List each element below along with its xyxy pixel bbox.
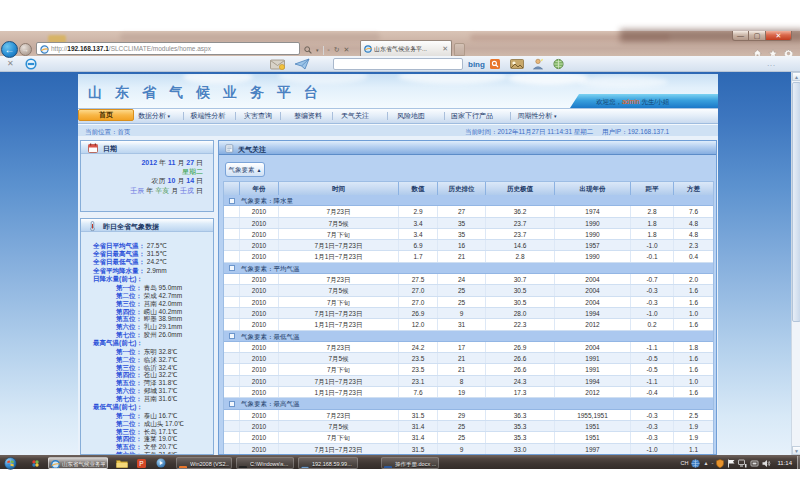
compatibility-icon[interactable]: ▫ bbox=[328, 47, 330, 53]
table-cell: 1.9 bbox=[674, 432, 713, 442]
table-cell: 9 bbox=[438, 308, 486, 318]
active-task-button[interactable]: 山东省气候业务平台... bbox=[48, 457, 108, 469]
table-group-row[interactable]: 气象要素：降水量 bbox=[224, 195, 713, 206]
nav-item[interactable]: 天气关注 bbox=[334, 109, 376, 123]
table-cell: 24.2 bbox=[399, 342, 438, 352]
search-dropdown-icon[interactable]: ▾ bbox=[316, 47, 319, 53]
mail-icon[interactable] bbox=[270, 59, 286, 70]
table-group-row[interactable]: 气象要素：最低气温 bbox=[224, 331, 713, 342]
new-tab-button[interactable] bbox=[454, 43, 465, 56]
table-row[interactable]: 20107月23日24.21726.92004-1.11.8 bbox=[224, 342, 713, 353]
browser-tab[interactable]: 山东省气候业务平... ✕ bbox=[360, 40, 452, 56]
row-lead-cell bbox=[224, 251, 240, 261]
nav-item[interactable]: 国家下行产品 bbox=[444, 109, 500, 123]
tab-title: 山东省气候业务平... bbox=[374, 45, 438, 54]
table-row[interactable]: 20101月1日~7月23日12.03122.320120.21.6 bbox=[224, 319, 713, 330]
person-icon[interactable] bbox=[532, 58, 544, 70]
task-button[interactable]: 192.168.59.99... bbox=[298, 457, 358, 469]
address-bar[interactable]: http://192.168.137.1/SLCCLIMATE/modules/… bbox=[36, 42, 300, 55]
page-scrollbar[interactable]: ▲ ▼ bbox=[791, 72, 800, 455]
group-expander-icon[interactable] bbox=[229, 198, 235, 204]
table-row[interactable]: 20107月1日~7月23日26.9928.01994-1.01.0 bbox=[224, 308, 713, 319]
tab-close-icon[interactable]: ✕ bbox=[442, 45, 448, 52]
speaker-icon[interactable] bbox=[762, 459, 771, 468]
table-row[interactable]: 20107月5候23.52126.61991-0.51.6 bbox=[224, 353, 713, 364]
table-row[interactable]: 20107月1日~7月23日31.5933.01997-1.01.1 bbox=[224, 444, 713, 455]
back-button[interactable]: ← bbox=[1, 41, 18, 58]
table-row[interactable]: 20101月1日~7月23日1.7212.81990-0.10.4 bbox=[224, 251, 713, 262]
gallery-icon[interactable] bbox=[510, 59, 524, 69]
language-indicator[interactable]: CH bbox=[681, 460, 689, 466]
table-cell: 1.1 bbox=[674, 444, 713, 454]
table-cell: 35 bbox=[438, 218, 486, 228]
explorer-folder-icon[interactable] bbox=[116, 459, 128, 468]
element-filter-button[interactable]: 气象要素 ▲ bbox=[225, 162, 265, 177]
start-button-icon[interactable] bbox=[4, 457, 17, 470]
table-row[interactable]: 20107月1日~7月23日6.91614.61957-1.02.3 bbox=[224, 240, 713, 251]
table-row[interactable]: 20101月1日~7月23日7.61917.32012-0.41.6 bbox=[224, 387, 713, 398]
group-expander-icon[interactable] bbox=[229, 333, 235, 339]
show-hidden-icons-icon[interactable]: ▲ bbox=[703, 460, 708, 466]
table-row[interactable]: 20107月下旬27.02530.52004-0.31.6 bbox=[224, 297, 713, 308]
table-row[interactable]: 20107月5候31.42535.31951-0.31.9 bbox=[224, 421, 713, 432]
stop-icon[interactable]: ✕ bbox=[344, 46, 350, 54]
action-center-flag-icon[interactable] bbox=[727, 459, 735, 468]
table-row[interactable]: 20107月23日2.92736.219742.87.6 bbox=[224, 206, 713, 217]
task-button[interactable]: Win2008 (VS2... bbox=[176, 457, 232, 469]
table-row[interactable]: 20107月下旬31.42535.31951-0.31.9 bbox=[224, 432, 713, 443]
rank-label: 第六位： bbox=[116, 323, 142, 330]
table-cell: 7月23日 bbox=[279, 410, 399, 420]
launcher-pinwheel-icon[interactable] bbox=[31, 459, 40, 468]
task-button[interactable]: W操作手册.docx ... bbox=[381, 457, 439, 469]
toolbar-close-icon[interactable]: ✕ bbox=[7, 60, 14, 68]
nav-item[interactable]: 周期性分析 ▾ bbox=[513, 109, 562, 123]
table-cell: 7月下旬 bbox=[279, 364, 399, 374]
table-cell: 1.7 bbox=[399, 251, 438, 261]
summary-label: 全省日最高气温： bbox=[93, 250, 145, 257]
bing-search-input[interactable] bbox=[333, 58, 463, 70]
scrollbar-thumb[interactable] bbox=[792, 82, 800, 322]
search-icon[interactable] bbox=[304, 46, 312, 54]
table-row[interactable]: 20107月下旬3.43523.719901.84.8 bbox=[224, 229, 713, 240]
task-button[interactable]: >_C:\Windows\s... bbox=[236, 457, 294, 469]
group-expander-icon[interactable] bbox=[229, 401, 235, 407]
group-expander-icon[interactable] bbox=[229, 265, 235, 271]
refresh-icon[interactable]: ↻ bbox=[334, 46, 340, 54]
table-row[interactable]: 20107月23日31.52936.31955,1951-0.32.5 bbox=[224, 410, 713, 421]
network-icon[interactable] bbox=[738, 459, 747, 468]
nav-item[interactable]: 极端性分析 bbox=[184, 109, 233, 123]
table-cell: 35.3 bbox=[486, 432, 555, 442]
blocked-icon[interactable] bbox=[25, 58, 37, 70]
group-label: 气象要素：平均气温 bbox=[241, 265, 300, 274]
table-row[interactable]: 20107月1日~7月23日23.1824.31994-1.11.0 bbox=[224, 376, 713, 387]
send-mail-icon[interactable] bbox=[294, 58, 311, 70]
globe-group-icon[interactable] bbox=[552, 58, 565, 70]
table-row[interactable]: 20107月5候27.02530.52004-0.31.6 bbox=[224, 285, 713, 296]
scroll-down-icon[interactable]: ▼ bbox=[792, 446, 800, 455]
scroll-up-icon[interactable]: ▲ bbox=[792, 72, 800, 81]
media-player-icon[interactable] bbox=[156, 458, 166, 468]
bing-search-button-icon[interactable] bbox=[490, 59, 500, 69]
taskbar-clock[interactable]: 11:14 bbox=[777, 460, 792, 466]
usb-device-icon[interactable] bbox=[750, 459, 759, 468]
nav-item[interactable]: 整编资料 bbox=[287, 109, 329, 123]
globe-tray-icon[interactable] bbox=[691, 459, 700, 468]
table-cell: 2010 bbox=[240, 342, 279, 352]
forward-button[interactable]: → bbox=[19, 43, 32, 56]
nav-item[interactable]: 风险地图 bbox=[390, 109, 432, 123]
cmd-icon: >_ bbox=[239, 460, 247, 469]
security-shield-icon[interactable] bbox=[716, 459, 724, 468]
nav-item[interactable]: 灾害查询 bbox=[237, 109, 279, 123]
table-group-row[interactable]: 气象要素：平均气温 bbox=[224, 263, 713, 274]
row-lead-cell bbox=[224, 387, 240, 397]
nav-item[interactable]: 数据分析 ▾ bbox=[133, 109, 175, 123]
toolbar-overflow-dots[interactable]: ... bbox=[767, 60, 776, 67]
table-cell: -0.4 bbox=[631, 387, 674, 397]
table-group-row[interactable]: 气象要素：最高气温 bbox=[224, 398, 713, 409]
app-orange-icon[interactable]: P bbox=[137, 459, 146, 468]
table-row[interactable]: 20107月5候3.43523.719901.84.8 bbox=[224, 218, 713, 229]
row-lead-cell bbox=[224, 319, 240, 329]
nav-item-home[interactable]: 首页 bbox=[78, 109, 134, 121]
table-row[interactable]: 20107月23日27.52430.72004-0.72.0 bbox=[224, 274, 713, 285]
table-row[interactable]: 20107月下旬23.52126.61991-0.51.6 bbox=[224, 364, 713, 375]
